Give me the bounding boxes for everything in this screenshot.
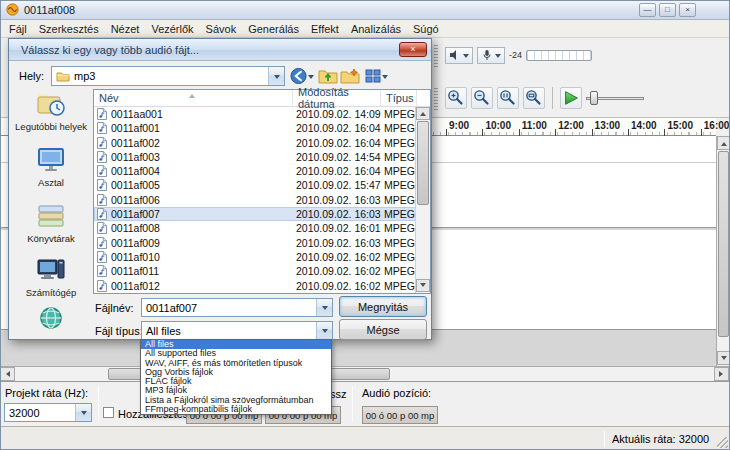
microphone-icon [481, 49, 493, 61]
window-titlebar[interactable]: 0011af008 — □ × [0, 0, 730, 20]
file-list-scrollbar[interactable] [415, 107, 430, 293]
cancel-button[interactable]: Mégse [339, 319, 427, 340]
project-rate-label: Projekt ráta (Hz): [5, 387, 88, 399]
filetype-option[interactable]: Ogg Vorbis fájlok [141, 368, 331, 377]
menu-item[interactable]: Effekt [305, 21, 345, 37]
column-header-date[interactable]: Módosítás dátuma [293, 90, 381, 106]
input-meter-select[interactable] [477, 47, 505, 64]
chevron-down-icon [495, 54, 501, 61]
new-folder-button[interactable] [339, 66, 361, 86]
menu-item[interactable]: Nézet [105, 21, 146, 37]
file-date: 2010.09.02. 14:09 [296, 108, 381, 120]
file-row[interactable]: 0011aa001 2010.09.02. 14:09 MPEG [94, 107, 417, 121]
scroll-down-button[interactable] [416, 279, 430, 292]
file-type: MPEG [384, 151, 415, 163]
sidebar-item-desktop[interactable]: Asztal [11, 147, 91, 188]
file-row[interactable]: 0011af003 2010.09.02. 14:54 MPEG [94, 150, 417, 164]
toolbar-grip[interactable] [434, 43, 438, 67]
scroll-up-button[interactable] [416, 107, 430, 120]
sidebar-item-libraries[interactable]: Könyvtárak [11, 203, 91, 244]
file-row[interactable]: 0011af005 2010.09.02. 15:47 MPEG [94, 178, 417, 192]
audio-file-icon [97, 108, 107, 120]
sidebar-item-computer[interactable]: Számítógép [11, 257, 91, 298]
file-row[interactable]: 0011af008 2010.09.02. 16:01 MPEG [94, 221, 417, 235]
filetype-popup: All filesAll supported filesWAV, AIFF, é… [140, 339, 332, 415]
sidebar-item-recent-places[interactable]: Legutóbbi helyek [11, 91, 91, 132]
close-button[interactable]: × [679, 3, 696, 17]
resize-grip[interactable] [717, 437, 728, 448]
audio-file-icon [97, 237, 107, 249]
open-button[interactable]: Megnyitás [339, 296, 427, 317]
filetype-option[interactable]: FFmpeg-kompatibilis fájlok [141, 405, 331, 414]
menu-item[interactable]: Generálás [242, 21, 305, 37]
output-meter-select[interactable] [445, 47, 473, 64]
toolbar-grip[interactable] [434, 86, 438, 110]
combo-arrow[interactable] [316, 322, 332, 339]
maximize-button[interactable]: □ [659, 3, 676, 17]
combo-arrow[interactable] [75, 404, 91, 421]
minimize-button[interactable]: — [639, 3, 656, 17]
filetype-option[interactable]: WAV, AIFF, és más tömörítetlen típusok [141, 359, 331, 368]
file-row[interactable]: 0011af007 2010.09.02. 16:03 MPEG [94, 207, 417, 221]
menu-item[interactable]: Sávok [200, 21, 243, 37]
filetype-option[interactable]: All supported files [141, 349, 331, 358]
zoom-in-button[interactable] [445, 87, 467, 109]
filetype-option[interactable]: All files [141, 340, 331, 349]
filetype-option[interactable]: FLAC fájlok [141, 377, 331, 386]
views-button[interactable] [361, 66, 391, 86]
scroll-down-button[interactable] [717, 351, 730, 365]
list-scroll-thumb[interactable] [417, 121, 429, 205]
column-header-name[interactable]: Név [94, 90, 293, 106]
scroll-left-button[interactable] [0, 367, 15, 381]
file-row[interactable]: 0011af012 2010.09.02. 16:02 MPEG [94, 279, 417, 293]
dialog-titlebar[interactable]: Válassz ki egy vagy több audió fájt... × [9, 39, 431, 61]
menu-item[interactable]: Szerkesztés [33, 21, 105, 37]
filetype-combo[interactable]: All files [141, 321, 333, 340]
file-row[interactable]: 0011af002 2010.09.02. 16:04 MPEG [94, 136, 417, 150]
chevron-down-icon [463, 54, 469, 61]
zoom-out-button[interactable] [471, 87, 493, 109]
scroll-up-button[interactable] [717, 136, 730, 150]
file-type: MPEG [384, 280, 415, 292]
playback-speed-slider[interactable] [586, 89, 644, 107]
file-row[interactable]: 0011af010 2010.09.02. 16:02 MPEG [94, 250, 417, 264]
horizontal-scrollbar[interactable] [0, 366, 730, 381]
project-rate-combo[interactable]: 32000 [4, 403, 92, 422]
dialog-close-button[interactable]: × [399, 42, 427, 57]
vertical-scrollbar[interactable] [716, 136, 730, 366]
file-name: 0011af008 [111, 222, 160, 234]
zoom-selection-button[interactable] [497, 87, 519, 109]
filename-combo[interactable]: 0011af007 [141, 298, 333, 317]
file-row[interactable]: 0011af001 2010.09.02. 16:04 MPEG [94, 121, 417, 135]
menu-item[interactable]: Súgó [407, 21, 445, 37]
sidebar-item-network[interactable] [11, 305, 91, 333]
combo-arrow[interactable] [268, 67, 284, 85]
filetype-option[interactable]: MP3 fájlok [141, 386, 331, 395]
menu-item[interactable]: Fájl [3, 21, 33, 37]
zoom-fit-button[interactable] [523, 87, 545, 109]
snap-checkbox[interactable] [103, 407, 114, 418]
file-row[interactable]: 0011af006 2010.09.02. 16:03 MPEG [94, 193, 417, 207]
play-button[interactable] [560, 87, 582, 109]
filetype-option[interactable]: Lista a Fájlokról sima szövegformátumban [141, 396, 331, 405]
sidebar-item-label: Könyvtárak [11, 233, 91, 244]
file-date: 2010.09.02. 16:02 [296, 280, 381, 292]
slider-thumb[interactable] [590, 91, 598, 105]
audio-position-field[interactable]: 00 ó 00 p 00 mp [362, 406, 438, 424]
file-row[interactable]: 0011af004 2010.09.02. 16:04 MPEG [94, 164, 417, 178]
column-header-type[interactable]: Típus [381, 90, 417, 106]
file-date: 2010.09.02. 16:04 [296, 165, 381, 177]
views-icon [365, 69, 381, 83]
scroll-right-button[interactable] [714, 367, 729, 381]
zoom-out-icon [473, 89, 491, 107]
location-combo[interactable]: mp3 [51, 66, 285, 86]
file-row[interactable]: 0011af009 2010.09.02. 16:03 MPEG [94, 236, 417, 250]
menu-item[interactable]: Analizálás [345, 21, 407, 37]
menu-item[interactable]: Vezérlők [145, 21, 199, 37]
audio-position-value: 00 ó 00 p 00 mp [366, 410, 435, 421]
combo-arrow[interactable] [316, 299, 332, 316]
up-folder-button[interactable] [317, 66, 339, 86]
vertical-scroll-thumb[interactable] [718, 151, 729, 337]
file-row[interactable]: 0011af011 2010.09.02. 16:02 MPEG [94, 264, 417, 278]
back-button[interactable] [289, 66, 315, 86]
